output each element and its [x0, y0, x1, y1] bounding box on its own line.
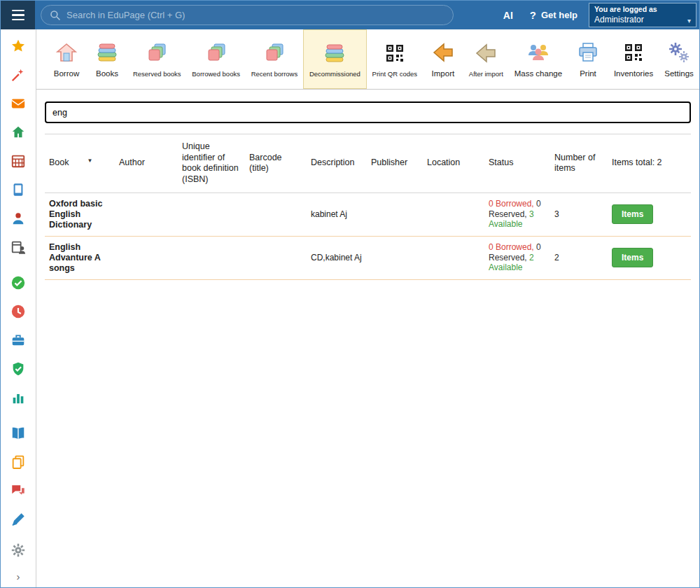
documents-icon: [10, 454, 26, 470]
sidebar-item-library[interactable]: [10, 426, 27, 441]
sidebar-item-approvals[interactable]: [10, 275, 27, 290]
bar-chart-icon: [10, 390, 26, 405]
column-header-book[interactable]: Book▼: [45, 134, 115, 193]
toolbar-label: Borrowed books: [192, 70, 240, 78]
sidebar-item-admin[interactable]: [10, 361, 27, 377]
global-search-input[interactable]: [66, 10, 444, 20]
toolbar-label: Decommissioned: [309, 70, 360, 78]
after-import-arrow-icon: [475, 41, 497, 65]
toolbar-item-decommissioned[interactable]: Decommissioned: [303, 29, 367, 89]
people-group-icon: [527, 41, 550, 64]
shield-check-icon: [10, 361, 26, 377]
toolbar-label: Print: [580, 69, 596, 78]
column-header-isbn[interactable]: Unique identifier of book definition (IS…: [178, 134, 245, 193]
sidebar-item-wizard[interactable]: [10, 67, 27, 83]
toolbar-item-print-qr-codes[interactable]: Print QR codes: [367, 29, 423, 89]
cell-status: 0 Borrowed, 0 Reserved, 3 Available: [484, 192, 550, 236]
items-button[interactable]: Items: [612, 204, 653, 224]
pen-icon: [10, 512, 26, 527]
clock-circle-icon: [10, 304, 26, 319]
sidebar-item-settings[interactable]: [10, 542, 27, 558]
cell-barcode: [245, 236, 307, 279]
app-window: AI ? Get help You are logged as Administ…: [0, 0, 700, 588]
timetable-icon: [10, 153, 26, 169]
toolbar-label: After import: [469, 70, 503, 78]
column-header-label: Book: [49, 158, 69, 167]
column-header-number-of-items[interactable]: Number of items: [550, 134, 608, 193]
cell-number-of-items: 3: [550, 192, 608, 236]
toolbar-item-print[interactable]: Print: [568, 29, 608, 89]
toolbar-item-recent-borrows[interactable]: Recent borrows: [246, 29, 303, 89]
items-button[interactable]: Items: [612, 248, 653, 267]
column-header-author[interactable]: Author: [115, 134, 178, 193]
get-help-label: Get help: [541, 10, 578, 20]
top-bar: AI ? Get help You are logged as Administ…: [1, 1, 699, 29]
sidebar-item-documents[interactable]: [10, 454, 27, 470]
chevron-right-icon: ›: [17, 570, 20, 582]
toolbar-item-import[interactable]: Import: [423, 29, 463, 89]
cell-book: English Advanture A songs: [45, 236, 115, 279]
cell-author: [115, 236, 178, 279]
sidebar: ›: [1, 29, 36, 587]
column-header-status[interactable]: Status: [484, 134, 550, 193]
cell-actions: Items: [608, 236, 691, 279]
toolbar-item-reserved-books[interactable]: Reserved books: [127, 29, 186, 89]
menu-button[interactable]: [1, 1, 35, 29]
column-header-publisher[interactable]: Publisher: [367, 134, 423, 193]
borrow-house-icon: [55, 41, 78, 64]
cell-publisher: [367, 236, 423, 279]
sidebar-item-attendance[interactable]: [10, 239, 27, 255]
toolbar-item-borrowed-books[interactable]: Borrowed books: [186, 29, 245, 89]
column-header-description[interactable]: Description: [307, 134, 367, 193]
get-help-button[interactable]: ? Get help: [530, 9, 578, 21]
account-menu[interactable]: You are logged as Administrator ▾: [589, 3, 696, 27]
toolbar-label: Books: [96, 69, 118, 78]
column-header-location[interactable]: Location: [423, 134, 484, 193]
book-filter-input[interactable]: [45, 102, 691, 123]
reserved-books-icon: [146, 41, 168, 65]
table-row[interactable]: English Advanture A songs CD,kabinet Aj …: [45, 236, 691, 279]
books-stack-icon: [96, 41, 118, 64]
person-icon: [10, 211, 26, 226]
toolbar-label: Reserved books: [133, 70, 181, 78]
toolbar-item-settings[interactable]: Settings: [659, 29, 699, 89]
table-row[interactable]: Oxford basic English Dictionary kabinet …: [45, 192, 691, 236]
sidebar-item-students[interactable]: [10, 211, 27, 226]
toolbar-item-mass-change[interactable]: Mass change: [509, 29, 568, 89]
sidebar-item-substitution[interactable]: [10, 304, 27, 319]
ai-button[interactable]: AI: [496, 6, 520, 25]
cell-description: kabinet Aj: [307, 192, 367, 236]
toolbar-item-inventories[interactable]: Inventories: [608, 29, 659, 89]
toolbar-item-books[interactable]: Books: [87, 29, 127, 89]
import-arrow-icon: [432, 41, 454, 64]
sidebar-item-chat[interactable]: [10, 483, 27, 498]
toolbar-item-after-import[interactable]: After import: [463, 29, 509, 89]
toolbar-label: Mass change: [514, 69, 562, 78]
recent-borrows-icon: [263, 41, 286, 65]
search-icon: [50, 10, 61, 21]
sidebar-item-home[interactable]: [10, 125, 27, 140]
status-borrowed: 0 Borrowed,: [489, 199, 534, 209]
cell-author: [115, 192, 178, 236]
sidebar-item-notes[interactable]: [10, 512, 27, 527]
sidebar-item-favorites[interactable]: [10, 38, 27, 54]
toolbar-item-borrow[interactable]: Borrow: [46, 29, 87, 89]
e-learning-icon: [10, 182, 26, 197]
briefcase-icon: [10, 332, 26, 348]
chat-icon: [10, 483, 26, 498]
sidebar-item-agenda[interactable]: [10, 332, 27, 348]
sidebar-item-elearning[interactable]: [10, 182, 27, 197]
sidebar-item-messages[interactable]: [10, 96, 27, 111]
cell-number-of-items: 2: [550, 236, 608, 279]
global-search[interactable]: [41, 5, 454, 25]
sidebar-item-timetable[interactable]: [10, 153, 27, 169]
magic-wand-icon: [10, 67, 26, 83]
cell-actions: Items: [608, 192, 691, 236]
sidebar-expand-button[interactable]: ›: [17, 571, 20, 582]
library-icon: [10, 426, 26, 441]
table-header-row: Book▼ Author Unique identifier of book d…: [45, 134, 691, 193]
sidebar-item-reports[interactable]: [10, 390, 27, 405]
toolbar-label: Print QR codes: [372, 70, 417, 78]
home-icon: [10, 125, 26, 140]
column-header-barcode[interactable]: Barcode (title): [245, 134, 307, 193]
